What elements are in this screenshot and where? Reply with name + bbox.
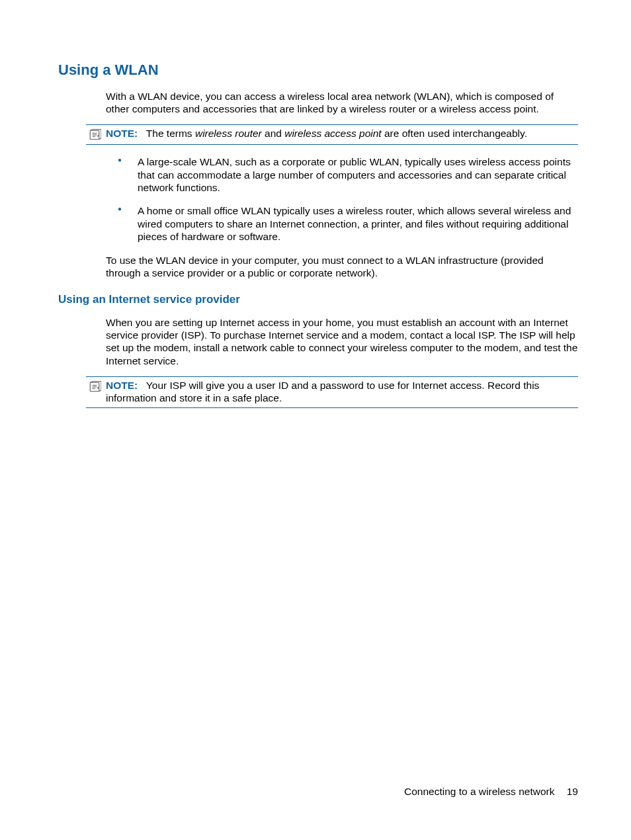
note-text-prefix: The terms xyxy=(146,128,195,139)
note-label: NOTE: xyxy=(106,380,138,391)
body-paragraph: To use the WLAN device in your computer,… xyxy=(106,254,578,280)
note-text-1: NOTE: The terms wireless router and wire… xyxy=(106,127,578,140)
section-body: With a WLAN device, you can access a wir… xyxy=(58,90,578,116)
list-item: A large-scale WLAN, such as a corporate … xyxy=(118,155,578,194)
note-label: NOTE: xyxy=(106,128,138,139)
note-text-mid: and xyxy=(262,128,284,139)
footer-page-number: 19 xyxy=(567,786,578,797)
bullet-block: A large-scale WLAN, such as a corporate … xyxy=(58,155,578,279)
note-icon xyxy=(86,379,103,394)
section-heading: Using a WLAN xyxy=(58,61,578,79)
term-wireless-access-point: wireless access point xyxy=(284,128,381,139)
bullet-list: A large-scale WLAN, such as a corporate … xyxy=(106,155,578,243)
page-footer: Connecting to a wireless network 19 xyxy=(404,785,578,798)
subsection-heading: Using an Internet service provider xyxy=(58,292,578,306)
subsection-paragraph: When you are setting up Internet access … xyxy=(106,316,578,368)
subsection-body: When you are setting up Internet access … xyxy=(58,316,578,368)
footer-chapter-title: Connecting to a wireless network xyxy=(404,786,554,797)
note-icon xyxy=(86,127,103,142)
document-page: Using a WLAN With a WLAN device, you can… xyxy=(0,0,631,408)
note-text-suffix: are often used interchangeably. xyxy=(382,128,527,139)
term-wireless-router: wireless router xyxy=(195,128,262,139)
note-callout-2: NOTE: Your ISP will give you a user ID a… xyxy=(86,376,578,408)
note-callout-1: NOTE: The terms wireless router and wire… xyxy=(86,124,578,145)
note-body-text: Your ISP will give you a user ID and a p… xyxy=(106,380,539,403)
note-text-2: NOTE: Your ISP will give you a user ID a… xyxy=(106,379,578,405)
list-item: A home or small office WLAN typically us… xyxy=(118,204,578,243)
intro-paragraph: With a WLAN device, you can access a wir… xyxy=(106,90,578,116)
